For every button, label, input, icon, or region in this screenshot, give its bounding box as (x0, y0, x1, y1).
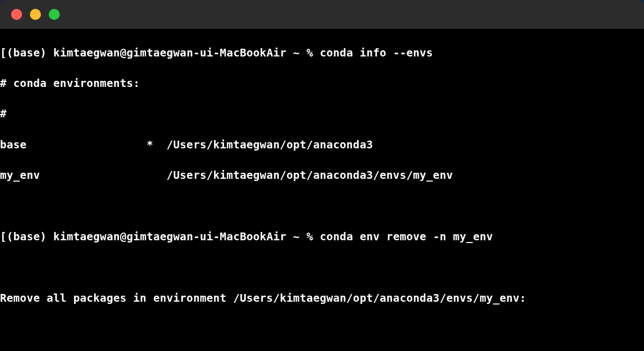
prompt-bracket: [ (0, 47, 7, 59)
close-icon[interactable] (11, 9, 22, 20)
prompt-line: [(base) kimtaegwan@gimtaegwan-ui-MacBook… (0, 229, 644, 245)
output-line: # conda environments: (0, 76, 644, 91)
prompt-user: kimtaegwan (53, 230, 120, 243)
title-bar[interactable] (0, 0, 644, 29)
output-line: my_env /Users/kimtaegwan/opt/anaconda3/e… (0, 168, 644, 183)
prompt-line: [(base) kimtaegwan@gimtaegwan-ui-MacBook… (0, 45, 644, 61)
prompt-env: (base) (7, 230, 46, 243)
output-line: base * /Users/kimtaegwan/opt/anaconda3 (0, 137, 644, 153)
command-text: conda env remove -n my_env (320, 230, 493, 243)
output-line: # (0, 106, 644, 122)
prompt-user: kimtaegwan (53, 47, 120, 59)
command-text: conda info --envs (320, 47, 433, 59)
prompt-bracket: [ (0, 230, 7, 243)
prompt-env: (base) (7, 47, 46, 59)
prompt-host: gimtaegwan-ui-MacBookAir (127, 47, 287, 59)
terminal-content[interactable]: [(base) kimtaegwan@gimtaegwan-ui-MacBook… (0, 29, 644, 351)
maximize-icon[interactable] (49, 9, 60, 20)
blank-line (0, 199, 644, 214)
minimize-icon[interactable] (30, 9, 41, 20)
terminal-window: [(base) kimtaegwan@gimtaegwan-ui-MacBook… (0, 0, 644, 351)
prompt-path: ~ % (287, 47, 320, 59)
prompt-at: @ (120, 47, 127, 59)
prompt-host: gimtaegwan-ui-MacBookAir (127, 230, 287, 243)
output-line: Remove all packages in environment /User… (0, 291, 644, 306)
blank-line (0, 260, 644, 275)
blank-line (0, 321, 644, 337)
prompt-at: @ (120, 230, 127, 243)
prompt-path: ~ % (287, 230, 320, 243)
